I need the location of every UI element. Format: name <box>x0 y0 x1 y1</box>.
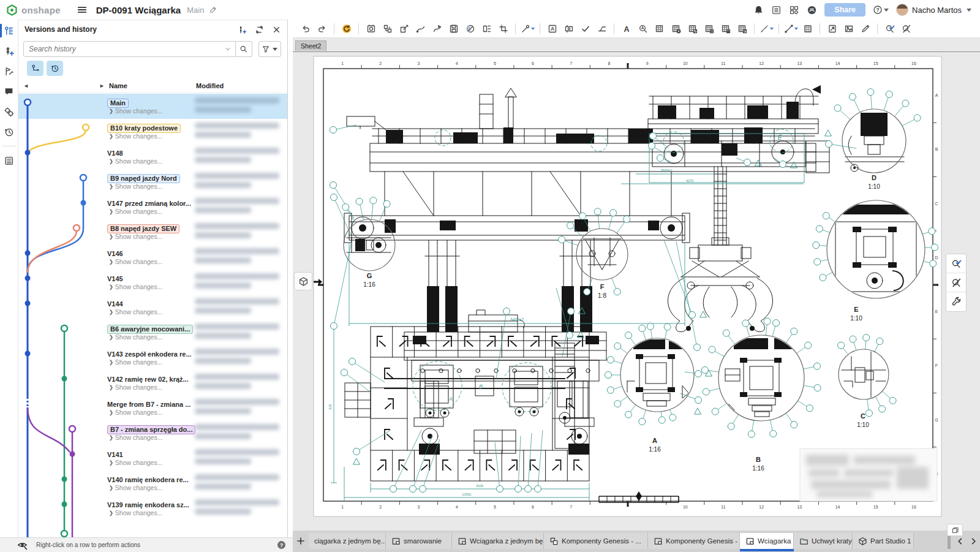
version-row-branch[interactable]: B7 - zmiana sprzęgła do... ❯Show changes… <box>18 420 287 445</box>
main-menu-icon[interactable] <box>77 4 88 15</box>
sheet-overflow-button[interactable] <box>947 524 963 536</box>
filter-button[interactable] <box>258 41 281 57</box>
presentation-mode-icon[interactable] <box>17 540 28 550</box>
document-tab[interactable]: Komponenty Genesis - ... <box>544 533 648 549</box>
show-changes-link[interactable]: ❯Show changes... <box>108 208 162 215</box>
version-row-version[interactable]: V148 ❯Show changes... <box>18 144 287 169</box>
search-history-field[interactable] <box>23 41 236 57</box>
scroll-tabs-right-button[interactable] <box>967 533 980 549</box>
sidebar-item-release-management[interactable] <box>1 64 17 78</box>
search-dropdown-caret-icon[interactable] <box>224 45 232 53</box>
version-row-version[interactable]: V143 zespół enkodera re... ❯Show changes… <box>18 345 287 370</box>
toolbar-measure-disabled-button[interactable] <box>899 21 914 36</box>
show-changes-link[interactable]: ❯Show changes... <box>108 157 162 165</box>
search-history-input[interactable] <box>28 44 232 54</box>
toolbar-spline-control-button[interactable] <box>429 21 445 36</box>
drawing-canvas[interactable]: 1122334455667789101011111212131314141515… <box>293 38 980 531</box>
toolbar-spline-button[interactable] <box>413 21 428 36</box>
app-store-icon[interactable] <box>789 5 799 15</box>
show-changes-link[interactable]: ❯Show changes... <box>108 459 162 466</box>
expand-graph-arrow[interactable]: ► <box>99 83 105 89</box>
show-changes-link[interactable]: ❯Show changes... <box>108 258 162 265</box>
show-changes-link[interactable]: ❯Show changes... <box>108 233 162 240</box>
document-tab[interactable]: ciągarka z jednym bę... <box>309 533 386 549</box>
document-tab[interactable]: Wciągarka z jednym bę... <box>452 533 544 549</box>
graph-view-toggle[interactable] <box>27 61 43 76</box>
measure-disabled-button[interactable] <box>946 273 966 292</box>
version-row-branch[interactable]: Main ❯Show changes... <box>18 94 287 119</box>
show-changes-link[interactable]: ❯Show changes... <box>108 308 162 316</box>
version-row-version[interactable]: V140 ramię enkodera re... ❯Show changes.… <box>18 471 287 496</box>
version-row-branch[interactable]: B8 napęd jazdy SEW ❯Show changes... <box>18 219 287 244</box>
toolbar-cut-list-table-button[interactable] <box>718 21 733 36</box>
restore-version-icon[interactable] <box>255 25 264 34</box>
compare-versions-icon[interactable] <box>238 25 247 34</box>
toolbar-crop-view-button[interactable] <box>496 21 511 36</box>
rename-document-icon[interactable] <box>209 6 217 14</box>
toolbar-insert-view-button[interactable] <box>363 21 379 36</box>
new-tab-button[interactable] <box>293 533 309 549</box>
toolbar-frame-note-button[interactable] <box>561 21 576 36</box>
version-row-version[interactable]: V147 przed zmianą kolor... ❯Show changes… <box>18 194 287 219</box>
toolbar-export-sheet-button[interactable] <box>824 21 840 36</box>
toolbar-weld-table-button[interactable] <box>734 21 750 36</box>
share-button[interactable]: Share <box>824 3 865 17</box>
version-row-version[interactable]: V145 ❯Show changes... <box>18 270 287 295</box>
sidebar-item-versions-history[interactable] <box>1 23 17 38</box>
toolbar-redo-button[interactable] <box>314 21 330 36</box>
toolbar-revision-table-button[interactable] <box>685 21 700 36</box>
document-tab[interactable]: Uchwyt kraty <box>794 533 853 549</box>
toolbar-save-sheet-button[interactable] <box>446 21 461 36</box>
sheet-tab[interactable]: Sheet2 <box>295 40 326 51</box>
user-menu[interactable]: Nacho Martos <box>896 4 971 16</box>
show-changes-link[interactable]: ❯Show changes... <box>108 384 162 391</box>
show-changes-link[interactable]: ❯Show changes... <box>108 509 162 516</box>
notifications-icon[interactable] <box>753 5 764 15</box>
document-tab[interactable]: Komponenty Genesis - ... <box>648 533 740 549</box>
history-view-toggle[interactable] <box>47 61 63 76</box>
show-changes-link[interactable]: ❯Show changes... <box>108 358 162 366</box>
toolbar-shaded-view-button[interactable] <box>462 21 478 36</box>
toolbar-table-button[interactable] <box>652 21 667 36</box>
toolbar-note-button[interactable]: A <box>545 21 560 36</box>
version-row-branch[interactable]: B10 kraty podestowe ❯Show changes... <box>18 119 287 144</box>
sidebar-item-tables[interactable] <box>1 153 17 168</box>
document-tab[interactable]: Wciągarka <box>740 533 794 549</box>
show-changes-link[interactable]: ❯Show changes... <box>108 107 162 115</box>
close-panel-icon[interactable] <box>272 25 281 34</box>
toolbar-weld-symbol-button[interactable] <box>594 21 609 36</box>
toolbar-insert-image-button[interactable] <box>841 21 856 36</box>
show-changes-link[interactable]: ❯Show changes... <box>108 283 162 290</box>
document-tab[interactable]: smarowanie <box>386 533 452 549</box>
version-row-version[interactable]: V141 ❯Show changes... <box>18 445 287 471</box>
status-help-icon[interactable]: ? <box>277 541 285 549</box>
show-changes-link[interactable]: ❯Show changes... <box>108 333 162 341</box>
show-changes-link[interactable]: ❯Show changes... <box>108 183 162 190</box>
show-changes-link[interactable]: ❯Show changes... <box>108 484 162 491</box>
toolbar-measure-enabled-button[interactable] <box>882 21 897 36</box>
toolbar-callout-button[interactable] <box>520 21 535 36</box>
toolbar-hole-table-button[interactable] <box>668 21 684 36</box>
onshape-logo[interactable]: onshape <box>0 4 61 16</box>
toolbar-hatch-button[interactable] <box>800 21 815 36</box>
measure-enabled-button[interactable] <box>946 254 966 273</box>
sidebar-item-comments[interactable] <box>1 84 17 99</box>
document-tab[interactable]: Part Studio 1 <box>853 533 914 549</box>
version-row-version[interactable]: V142 ramię rew 02, krąż... ❯Show changes… <box>18 370 287 395</box>
show-changes-link[interactable]: ❯Show changes... <box>108 132 162 140</box>
toolbar-sketch-in-view-button[interactable] <box>396 21 412 36</box>
toolbar-projected-view-button[interactable] <box>380 21 395 36</box>
toolbar-undo-button[interactable] <box>298 21 313 36</box>
toolbar-check-mark-button[interactable] <box>578 21 593 36</box>
show-changes-link[interactable]: ❯Show changes... <box>108 434 162 441</box>
toolbar-text-button[interactable]: A <box>619 21 634 36</box>
sidebar-item-action-history[interactable] <box>1 124 17 139</box>
version-row-version[interactable]: Merge from B7 - zmiana ... ❯Show changes… <box>18 395 287 420</box>
version-row-version[interactable]: V139 ramię enkodera sz... ❯Show changes.… <box>18 496 287 521</box>
version-row-version[interactable]: V146 ❯Show changes... <box>18 244 287 270</box>
wrench-button[interactable] <box>946 292 966 311</box>
version-row-branch[interactable]: B9 napęd jazdy Nord ❯Show changes... <box>18 169 287 194</box>
show-changes-link[interactable]: ❯Show changes... <box>108 409 162 416</box>
view-cube-button[interactable] <box>294 272 312 290</box>
toolbar-find-annotation-button[interactable]: A <box>635 21 650 36</box>
